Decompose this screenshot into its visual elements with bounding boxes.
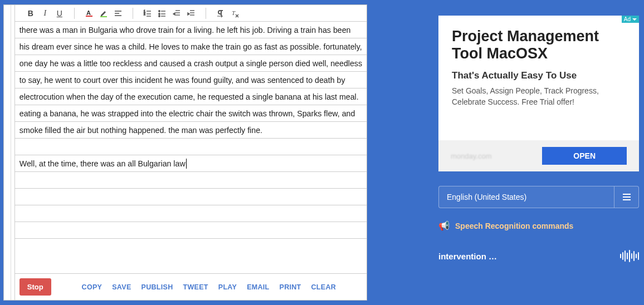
clear-action[interactable]: CLEAR (311, 283, 336, 291)
email-action[interactable]: EMAIL (247, 283, 269, 291)
underline-button[interactable]: U (53, 7, 66, 20)
tweet-action[interactable]: TWEET (183, 283, 208, 291)
save-action[interactable]: SAVE (112, 283, 131, 291)
outdent-button[interactable] (170, 7, 183, 20)
svg-marker-21 (173, 13, 175, 15)
empty-line[interactable] (15, 222, 367, 239)
text-line[interactable]: eating a banana, he was strapped into th… (15, 105, 367, 122)
editor-main: B I U A 12 (15, 5, 367, 300)
interim-transcript: intervention … (438, 252, 497, 261)
ad-title: Project Management Tool MacOSX (452, 28, 626, 62)
sidebar: Ad Project Management Tool MacOSX That's… (438, 16, 639, 262)
language-row: English (United States) (438, 186, 639, 208)
speech-commands-label: Speech Recognition commands (455, 222, 573, 230)
play-action[interactable]: PLAY (218, 283, 237, 291)
text-direction-button[interactable] (214, 7, 227, 20)
align-button[interactable] (111, 7, 125, 20)
bold-button[interactable]: B (24, 7, 37, 20)
editor-bottom-bar: Stop COPY SAVE PUBLISH TWEET PLAY EMAIL … (15, 273, 367, 300)
empty-line[interactable] (15, 172, 367, 189)
editor-content[interactable]: there was a man in Bulgaria who drove tr… (15, 22, 367, 273)
action-row: COPY SAVE PUBLISH TWEET PLAY EMAIL PRINT… (56, 283, 362, 291)
text-line[interactable]: one day he was a little too reckless and… (15, 55, 367, 72)
megaphone-icon: 📢 (438, 220, 450, 231)
text-line[interactable]: electrocution when the day of the execut… (15, 88, 367, 105)
svg-text:A: A (86, 9, 91, 16)
ad-subtitle: That's Actually Easy To Use (452, 70, 626, 81)
language-select[interactable]: English (United States) (439, 186, 614, 208)
svg-marker-29 (632, 18, 637, 21)
svg-point-12 (159, 10, 160, 11)
empty-line[interactable] (15, 239, 367, 255)
language-menu-button[interactable] (614, 186, 638, 208)
text-color-button[interactable]: A (82, 7, 96, 20)
speech-commands-link[interactable]: 📢 Speech Recognition commands (438, 220, 639, 231)
svg-text:T: T (232, 9, 236, 16)
stop-button[interactable]: Stop (19, 278, 51, 296)
italic-button[interactable]: I (38, 7, 52, 20)
ad-domain: monday.com (451, 152, 491, 160)
text-line[interactable]: there was a man in Bulgaria who drove tr… (15, 22, 367, 38)
empty-line[interactable] (15, 189, 367, 205)
ad-open-button[interactable]: OPEN (542, 147, 627, 165)
indent-button[interactable] (184, 7, 198, 20)
svg-rect-3 (100, 16, 107, 17)
svg-rect-1 (86, 16, 92, 17)
editor-panel: B I U A 12 (3, 4, 367, 301)
text-line[interactable]: his dream ever since he was a child. He … (15, 38, 367, 55)
text-line-active[interactable]: Well, at the time, there was an all Bulg… (15, 155, 367, 172)
menu-icon (622, 193, 631, 201)
text-line[interactable]: smoke filled the air but nothing happene… (15, 122, 367, 139)
ad-box[interactable]: Ad Project Management Tool MacOSX That's… (438, 16, 639, 171)
publish-action[interactable]: PUBLISH (142, 283, 173, 291)
live-transcript-row: intervention … (438, 250, 639, 262)
text-line[interactable]: to say, he went to court over this incid… (15, 72, 367, 88)
highlight-button[interactable] (97, 7, 110, 20)
svg-point-14 (159, 15, 160, 16)
text-caret (186, 159, 187, 169)
formatting-toolbar: B I U A 12 (15, 5, 367, 22)
copy-action[interactable]: COPY (82, 283, 103, 291)
print-action[interactable]: PRINT (280, 283, 301, 291)
svg-point-13 (159, 13, 160, 14)
svg-marker-25 (188, 13, 189, 15)
waveform-icon (620, 250, 639, 262)
ad-body: Set Goals, Assign People, Track Progress… (452, 86, 626, 107)
svg-text:2: 2 (144, 12, 145, 16)
ad-footer: monday.com OPEN (438, 140, 639, 171)
ad-badge-label: Ad (624, 16, 631, 22)
empty-line[interactable] (15, 139, 367, 155)
unordered-list-button[interactable] (155, 7, 169, 20)
svg-marker-2 (101, 11, 106, 16)
ad-badge[interactable]: Ad (622, 16, 639, 23)
editor-gutter (4, 5, 15, 300)
clear-formatting-button[interactable]: T (228, 7, 242, 20)
active-text: Well, at the time, there was an all Bulg… (19, 155, 186, 172)
ordered-list-button[interactable]: 12 (141, 7, 154, 20)
chevron-down-icon (632, 17, 637, 22)
empty-line[interactable] (15, 205, 367, 222)
